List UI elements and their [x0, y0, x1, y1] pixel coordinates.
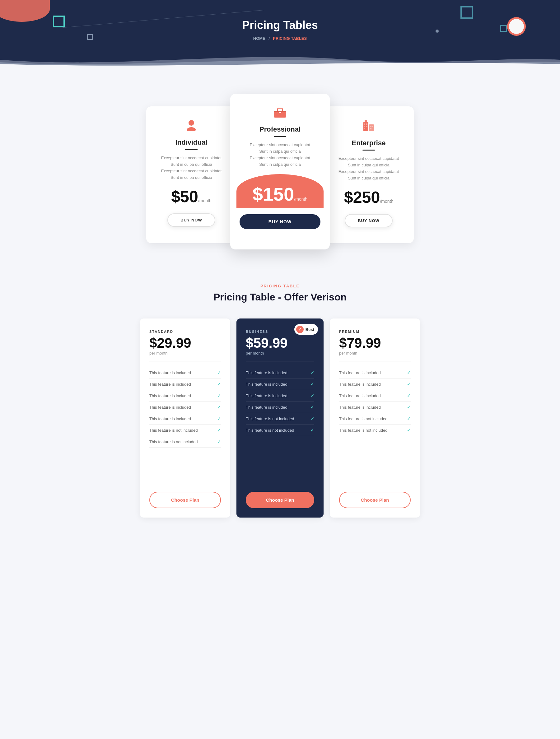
- business-divider: [246, 361, 314, 361]
- individual-price-period: /month: [198, 198, 212, 203]
- standard-feature-7: This feature is not included ✓: [149, 436, 221, 448]
- business-price: $59.99: [246, 335, 314, 351]
- professional-features: Excepteur sint occaecat cupidatat Sunt i…: [240, 142, 320, 167]
- plan-card-enterprise: Enterprise Excepteur sint occaecat cupid…: [323, 106, 414, 243]
- professional-feature-1: Excepteur sint occaecat cupidatat: [240, 142, 320, 147]
- professional-price-amount: $150: [253, 184, 294, 205]
- breadcrumb-current: PRICING TABLES: [273, 36, 307, 41]
- business-feature-4: This feature is included ✓: [246, 402, 314, 413]
- business-features: This feature is included ✓ This feature …: [246, 367, 314, 484]
- svg-rect-11: [364, 128, 365, 129]
- section2-title: Pricing Table - Offer Verison: [140, 291, 420, 303]
- business-feature-5: This feature is not included ✓: [246, 413, 314, 425]
- business-feature-1: This feature is included ✓: [246, 367, 314, 379]
- professional-icon: [240, 106, 320, 121]
- deco-square-blue-lg: [460, 6, 473, 19]
- individual-divider: [185, 149, 197, 150]
- business-feature-4-check: ✓: [310, 405, 314, 410]
- enterprise-features: Excepteur sint occaecat cupidatat Sunt i…: [333, 156, 404, 180]
- premium-feature-2: This feature is included ✓: [339, 379, 411, 390]
- svg-rect-16: [372, 126, 373, 127]
- premium-label: PREMIUM: [339, 330, 411, 333]
- business-feature-2: This feature is included ✓: [246, 379, 314, 390]
- premium-feature-5: This feature is not included ✓: [339, 413, 411, 425]
- offer-card-premium: PREMIUM $79.99 per month This feature is…: [330, 318, 420, 518]
- individual-plan-name: Individual: [156, 138, 227, 146]
- premium-choose-plan[interactable]: Choose Plan: [339, 492, 411, 508]
- svg-rect-10: [364, 126, 365, 127]
- standard-feature-2: This feature is included ✓: [149, 379, 221, 390]
- professional-price-period: /month: [294, 196, 307, 201]
- breadcrumb-home[interactable]: HOME: [253, 36, 265, 41]
- business-feature-2-check: ✓: [310, 382, 314, 387]
- standard-divider: [149, 361, 221, 361]
- premium-feature-5-check: ✓: [407, 416, 411, 421]
- best-check-icon: ✓: [296, 326, 304, 333]
- premium-feature-2-check: ✓: [407, 382, 411, 387]
- premium-feature-1-check: ✓: [407, 370, 411, 375]
- standard-feature-5: This feature is included ✓: [149, 413, 221, 425]
- standard-feature-2-check: ✓: [217, 382, 221, 387]
- premium-feature-4: This feature is included ✓: [339, 402, 411, 413]
- enterprise-divider: [363, 150, 375, 151]
- business-choose-plan[interactable]: Choose Plan: [246, 492, 314, 508]
- svg-rect-5: [279, 112, 281, 113]
- premium-per-month: per month: [339, 351, 411, 355]
- svg-point-1: [187, 127, 196, 131]
- business-feature-6-check: ✓: [310, 428, 314, 433]
- business-feature-3: This feature is included ✓: [246, 390, 314, 402]
- page-header: Pricing Tables HOME / PRICING TABLES: [0, 0, 560, 66]
- individual-feature-4: Sunt in culpa qui officia: [156, 175, 227, 180]
- individual-price-amount: $50: [171, 187, 198, 205]
- premium-features: This feature is included ✓ This feature …: [339, 367, 411, 484]
- business-feature-5-check: ✓: [310, 416, 314, 421]
- best-badge: ✓ Best: [294, 324, 318, 335]
- professional-buy-now[interactable]: BUY NOW: [240, 214, 320, 229]
- enterprise-buy-now[interactable]: BUY NOW: [345, 214, 393, 228]
- enterprise-plan-name: Enterprise: [333, 139, 404, 147]
- enterprise-price-period: /month: [380, 199, 393, 204]
- header-wave: [0, 50, 560, 66]
- standard-feature-6-check: ✓: [217, 428, 221, 433]
- enterprise-price: $250/month: [333, 188, 404, 206]
- business-per-month: per month: [246, 351, 314, 355]
- enterprise-feature-4: Sunt in culpa qui officia: [333, 176, 404, 180]
- standard-price: $29.99: [149, 335, 221, 351]
- svg-rect-12: [366, 124, 368, 125]
- individual-feature-1: Excepteur sint occaecat cupidatat: [156, 155, 227, 160]
- individual-features: Excepteur sint occaecat cupidatat Sunt i…: [156, 155, 227, 180]
- premium-feature-1: This feature is included ✓: [339, 367, 411, 379]
- standard-feature-1: This feature is included ✓: [149, 367, 221, 379]
- professional-feature-4: Sunt in culpa qui officia: [240, 162, 320, 167]
- standard-feature-4: This feature is included ✓: [149, 402, 221, 413]
- svg-rect-9: [364, 124, 365, 125]
- standard-features: This feature is included ✓ This feature …: [149, 367, 221, 484]
- offer-card-business: ✓ Best BUSINESS $59.99 per month This fe…: [237, 318, 323, 518]
- premium-feature-3: This feature is included ✓: [339, 390, 411, 402]
- offer-card-business-wrapper: ✓ Best BUSINESS $59.99 per month This fe…: [237, 318, 323, 518]
- enterprise-price-amount: $250: [344, 188, 380, 206]
- professional-price-container: $150/month: [237, 174, 323, 208]
- professional-price: $150/month: [243, 183, 317, 205]
- premium-price: $79.99: [339, 335, 411, 351]
- page-title: Pricing Tables: [6, 19, 554, 32]
- standard-choose-plan[interactable]: Choose Plan: [149, 492, 221, 508]
- premium-feature-4-check: ✓: [407, 405, 411, 410]
- professional-feature-3: Excepteur sint occaecat cupidatat: [240, 155, 320, 160]
- breadcrumb-separator: /: [269, 36, 270, 41]
- standard-feature-1-check: ✓: [217, 370, 221, 375]
- svg-rect-14: [370, 126, 372, 127]
- individual-buy-now[interactable]: BUY NOW: [167, 213, 215, 227]
- svg-rect-15: [370, 128, 372, 129]
- plan-card-professional: Professional Excepteur sint occaecat cup…: [230, 94, 330, 250]
- breadcrumb: HOME / PRICING TABLES: [6, 35, 554, 41]
- business-feature-3-check: ✓: [310, 393, 314, 398]
- professional-divider: [274, 136, 286, 137]
- offer-card-standard: STANDARD $29.99 per month This feature i…: [140, 318, 230, 518]
- enterprise-feature-2: Sunt in culpa qui officia: [333, 163, 404, 167]
- standard-feature-7-check: ✓: [217, 439, 221, 444]
- standard-per-month: per month: [149, 351, 221, 355]
- premium-divider: [339, 361, 411, 361]
- enterprise-feature-3: Excepteur sint occaecat cupidatat: [333, 169, 404, 174]
- professional-plan-name: Professional: [240, 125, 320, 133]
